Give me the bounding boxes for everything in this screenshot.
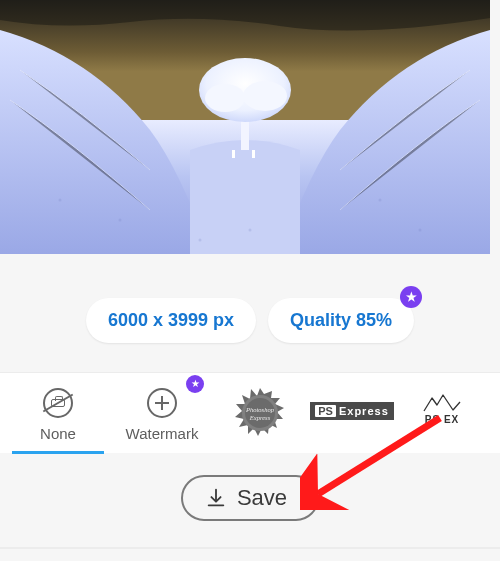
ps-badge: PS [315, 405, 336, 417]
psx-light-sublabel [441, 427, 443, 433]
plus-icon [147, 388, 177, 418]
psx-light-label: PS EX [425, 414, 459, 425]
svg-point-8 [59, 199, 62, 202]
watermark-option-psexpress-light[interactable]: PS EX [398, 373, 486, 453]
export-options-row: 6000 x 3999 px Quality 85% [0, 298, 500, 343]
watermark-option-none[interactable]: None [6, 373, 110, 453]
express-text: Express [339, 405, 389, 417]
save-row: Save [0, 475, 500, 521]
svg-point-11 [419, 229, 422, 232]
svg-point-5 [243, 81, 287, 111]
watermark-selector: None Watermark Photoshop Express [0, 373, 500, 453]
watermark-option-seal[interactable]: Photoshop Express [214, 373, 306, 453]
svg-point-4 [205, 84, 245, 112]
download-icon [205, 487, 227, 509]
svg-point-10 [379, 199, 382, 202]
svg-text:Photoshop: Photoshop [245, 406, 275, 413]
watermark-option-custom[interactable]: Watermark [110, 373, 214, 453]
quality-button[interactable]: Quality 85% [268, 298, 414, 343]
svg-point-15 [245, 398, 275, 428]
ps-express-dark-icon: PS Express [310, 402, 394, 420]
svg-rect-6 [232, 150, 235, 158]
svg-text:Express: Express [249, 414, 271, 421]
image-preview[interactable] [0, 0, 490, 254]
resize-label: 6000 x 3999 px [108, 310, 234, 330]
resize-button[interactable]: 6000 x 3999 px [86, 298, 256, 343]
none-icon [43, 388, 73, 418]
quality-label: Quality 85% [290, 310, 392, 330]
svg-point-9 [119, 219, 122, 222]
save-button-label: Save [237, 485, 287, 511]
save-button[interactable]: Save [181, 475, 319, 521]
premium-star-icon [186, 375, 204, 393]
watermark-custom-label: Watermark [126, 425, 199, 442]
wax-seal-icon: Photoshop Express [235, 388, 285, 438]
svg-point-13 [199, 239, 202, 242]
bottom-divider [0, 547, 500, 549]
svg-point-12 [249, 229, 252, 232]
ps-express-mountain-icon: PS EX [402, 394, 482, 433]
watermark-none-label: None [40, 425, 76, 442]
premium-star-icon [400, 286, 422, 308]
watermark-option-psexpress-dark[interactable]: PS Express [306, 373, 398, 453]
svg-rect-7 [252, 150, 255, 158]
